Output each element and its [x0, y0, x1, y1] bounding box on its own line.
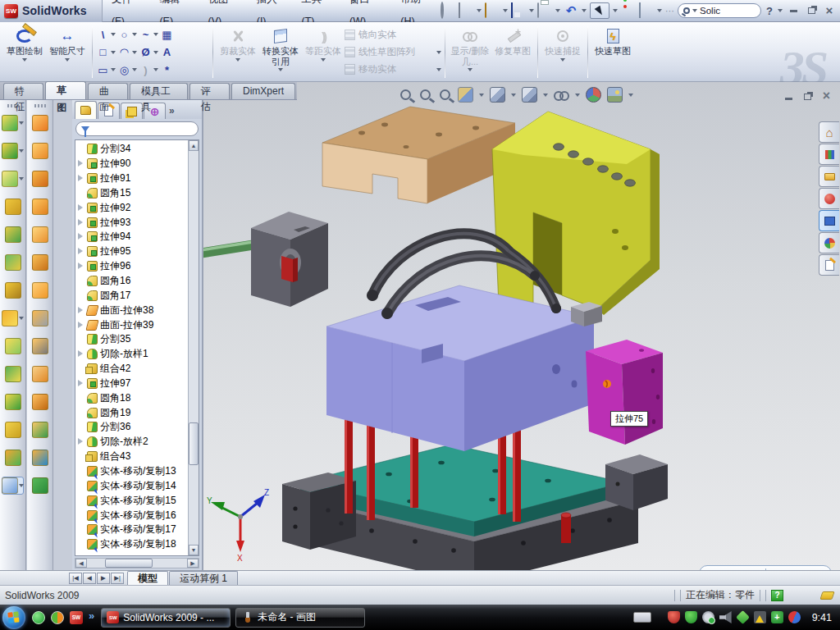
- tool-boundary-surface[interactable]: [27, 198, 52, 216]
- tab-评估[interactable]: 评估: [189, 83, 230, 99]
- dropdown-caret-icon[interactable]: [19, 484, 24, 487]
- scroll-up-arrow[interactable]: ▲: [189, 140, 199, 151]
- solidworks-quicklaunch-icon[interactable]: SW: [70, 611, 83, 624]
- gear-check-tray-icon[interactable]: [702, 611, 714, 623]
- feature-tree-item[interactable]: 拉伸93: [76, 215, 187, 230]
- expand-arrow-icon[interactable]: [77, 438, 84, 445]
- model-canvas[interactable]: Y Z X: [203, 82, 840, 570]
- dropdown-caret-icon[interactable]: [153, 51, 158, 54]
- sketch-entity-button[interactable]: ◠: [117, 45, 137, 59]
- rebuild-button[interactable]: [621, 3, 636, 18]
- doc-restore-button[interactable]: [804, 89, 811, 103]
- select-caret[interactable]: [613, 9, 618, 12]
- part-core-block[interactable]: [326, 285, 616, 451]
- quick-tips-button[interactable]: ?: [771, 590, 783, 601]
- feature-tree-item[interactable]: 组合42: [76, 362, 187, 377]
- apply-scene-button[interactable]: [607, 87, 623, 103]
- scroll-thumb[interactable]: [189, 422, 199, 465]
- tab-featuremanager[interactable]: [75, 101, 97, 119]
- dropdown-caret-icon[interactable]: [65, 58, 70, 62]
- rapid-sketch-button[interactable]: ϟ快速草图: [591, 25, 634, 80]
- green-shield-tray-icon[interactable]: [685, 611, 697, 623]
- tool-untrim-surface[interactable]: [27, 365, 52, 383]
- toolbar-grip[interactable]: [34, 104, 46, 107]
- part-right-rail[interactable]: [605, 454, 668, 510]
- tab-模具工具[interactable]: 模具工具: [130, 83, 188, 99]
- offset-entities-button[interactable]: ))等距实体: [302, 25, 345, 80]
- options-caret[interactable]: [657, 9, 662, 12]
- open-button[interactable]: [485, 3, 500, 18]
- section-view-button[interactable]: [458, 87, 473, 103]
- expand-arrow-icon[interactable]: [77, 248, 84, 255]
- dropdown-caret-icon[interactable]: [575, 94, 580, 97]
- doc-minimize-button[interactable]: [785, 89, 792, 103]
- feature-tree-item[interactable]: 曲面-拉伸39: [76, 317, 187, 332]
- part-handle[interactable]: [203, 212, 328, 307]
- panel-tabs-overflow[interactable]: »: [169, 105, 175, 119]
- expand-arrow-icon[interactable]: [77, 204, 84, 212]
- options-button[interactable]: [639, 3, 654, 18]
- window-close-button[interactable]: ×: [822, 4, 837, 17]
- input-method-icon[interactable]: [633, 612, 651, 623]
- task-button[interactable]: SWSolidWorks 2009 - ...: [101, 608, 231, 628]
- tool-reference-geometry[interactable]: [0, 337, 25, 355]
- dropdown-caret-icon[interactable]: [153, 33, 158, 36]
- tool-curve[interactable]: [0, 365, 25, 383]
- feature-tree-item[interactable]: 圆角19: [76, 405, 187, 420]
- volume-tray-icon[interactable]: [719, 611, 732, 623]
- dropdown-caret-icon[interactable]: [111, 68, 116, 71]
- tool-planar-surface[interactable]: [27, 281, 52, 299]
- quick-snaps-button[interactable]: 快速捕捉: [541, 25, 584, 80]
- select-tool-button[interactable]: [590, 2, 609, 19]
- expand-arrow-icon[interactable]: [77, 307, 84, 314]
- display-style-button[interactable]: [522, 87, 537, 103]
- smart-dimension-button[interactable]: ↔智能尺寸: [46, 25, 89, 80]
- dropdown-caret-icon[interactable]: [19, 317, 24, 320]
- feature-tree-item[interactable]: 拉伸94: [76, 230, 187, 244]
- tool-spline-surface[interactable]: [27, 477, 52, 495]
- mirror-entities-button[interactable]: 镜向实体: [345, 27, 441, 43]
- plus-shield-tray-icon[interactable]: +: [771, 611, 783, 623]
- expand-arrow-icon[interactable]: [77, 160, 84, 167]
- messenger-quicklaunch-icon[interactable]: [32, 611, 45, 624]
- feature-tree-item[interactable]: 拉伸97: [76, 377, 187, 391]
- feature-tree-item[interactable]: 圆角16: [76, 274, 187, 289]
- feature-tree-item[interactable]: 实体-移动/复制15: [76, 493, 187, 508]
- expand-arrow-icon[interactable]: [77, 380, 84, 387]
- doc-close-button[interactable]: ×: [823, 89, 830, 103]
- search-caret[interactable]: [692, 9, 697, 12]
- sketch-entity-button[interactable]: *: [160, 63, 174, 77]
- scroll-right-arrow[interactable]: ▶: [187, 559, 199, 568]
- sketch-entity-button[interactable]: ▭: [96, 63, 116, 77]
- sketch-entity-button[interactable]: ~: [139, 28, 158, 42]
- hide-show-items-button[interactable]: [554, 87, 569, 103]
- expand-arrow-icon[interactable]: [77, 219, 84, 226]
- nav-button[interactable]: ▶: [97, 573, 110, 584]
- tool-linear-pattern[interactable]: [0, 309, 25, 327]
- tool-filled-surface[interactable]: [27, 226, 52, 244]
- sketch-entity-button[interactable]: A: [160, 45, 174, 59]
- dropdown-caret-icon[interactable]: [153, 68, 158, 71]
- undo-caret[interactable]: [582, 9, 587, 12]
- sketch-entity-button[interactable]: □: [96, 45, 116, 59]
- feature-tree-item[interactable]: 曲面-拉伸38: [76, 303, 187, 317]
- feature-tree-item[interactable]: 分割35: [76, 332, 187, 347]
- dropdown-caret-icon[interactable]: [543, 94, 548, 97]
- warning-tray-icon[interactable]: [754, 611, 766, 623]
- network-speed-widget[interactable]: ↓ 0KB/S ↑ 0KB/S: [699, 565, 832, 570]
- tool-split[interactable]: [0, 393, 25, 411]
- tree-vertical-scrollbar[interactable]: ▲ ▼: [188, 140, 199, 555]
- move-entities-button[interactable]: 移动实体: [345, 62, 441, 77]
- tool-thicken[interactable]: [27, 421, 52, 439]
- undo-button[interactable]: ↶: [564, 3, 578, 18]
- dropdown-caret-icon[interactable]: [132, 68, 137, 71]
- dropdown-caret-icon[interactable]: [19, 149, 24, 153]
- edit-appearance-button[interactable]: [586, 87, 601, 103]
- taskpane-tab-view-palette[interactable]: [819, 210, 839, 231]
- nav-button[interactable]: ◀: [83, 573, 96, 584]
- feature-tree-item[interactable]: 圆角17: [76, 288, 187, 303]
- taskpane-tab-custom-properties[interactable]: [819, 254, 839, 276]
- new-document-button[interactable]: [459, 3, 473, 18]
- tool-extruded-boss[interactable]: [0, 114, 25, 132]
- graphics-area[interactable]: Y Z X × ⌂ 拉伸75 ↓ 0KB/S ↑ 0KB/S: [203, 82, 840, 570]
